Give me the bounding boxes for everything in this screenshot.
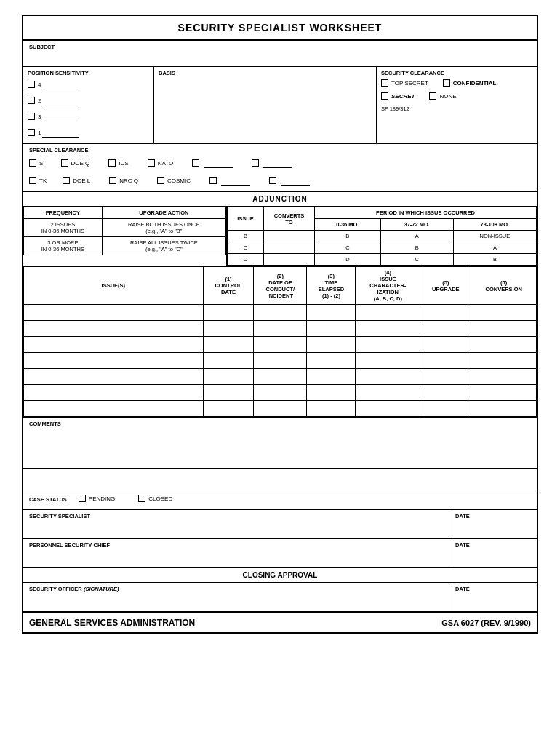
cosmic-checkbox[interactable] (157, 177, 164, 184)
table-row (24, 353, 537, 369)
pos1-checkbox-item: 1 (28, 127, 79, 138)
adjunction-tables: FREQUENCY UPGRADE ACTION 2 ISSUESIN 0-36… (23, 207, 537, 266)
freq-row1-action: RAISE BOTH ISSUES ONCE(e.g., "A" to "B" (102, 219, 225, 237)
pos3-field[interactable] (42, 111, 79, 121)
period-issue-b: B (228, 231, 264, 242)
personnel-chief-row: PERSONNEL SECURITY CHIEF DATE (23, 539, 537, 567)
special-clearance-label: SPECIAL CLEARANCE (29, 147, 531, 154)
table-row (24, 385, 537, 401)
period-col1: 0-36 MO. (315, 219, 381, 231)
pos4-checkbox-item: 4 (28, 79, 79, 89)
personnel-chief-input[interactable] (29, 550, 443, 565)
period-c-converts (264, 242, 315, 254)
pos4-checkbox[interactable] (28, 81, 35, 88)
blank2-checkbox[interactable] (252, 159, 259, 167)
pos2-checkbox[interactable] (28, 97, 35, 104)
nato-checkbox[interactable] (148, 159, 155, 167)
date-label-3: DATE (455, 586, 531, 592)
pc-date-input[interactable] (455, 550, 531, 565)
secret-checkbox[interactable] (381, 92, 388, 100)
issue-char-header: (4)ISSUECHARACTER-IZATION(A, B, C, D) (356, 267, 420, 305)
blank4-field[interactable] (281, 175, 310, 186)
pos1-checkbox[interactable] (28, 129, 35, 136)
period-d-col1: D (315, 254, 381, 266)
date-label-1: DATE (455, 513, 531, 519)
subject-label: SUBJECT (29, 44, 531, 50)
secret-label: SECRET (391, 93, 415, 100)
period-c-col2: B (380, 242, 453, 254)
date-label-2: DATE (455, 542, 531, 549)
nrc-q-checkbox[interactable] (109, 177, 116, 184)
period-col2: 37-72 MO. (380, 219, 453, 231)
blank3-item (209, 175, 250, 186)
upgrade-action-header: UPGRADE ACTION (102, 207, 225, 219)
row2-issues[interactable] (24, 321, 204, 337)
blank1-checkbox[interactable] (192, 159, 199, 167)
row3-issues[interactable] (24, 337, 204, 353)
period-issue-d: D (228, 254, 264, 266)
so-date-input[interactable] (455, 594, 531, 608)
security-officer-label: SECURITY OFFICER (Signature) (29, 586, 443, 592)
table-row (24, 337, 537, 353)
ss-date-input[interactable] (455, 521, 531, 535)
comments-field[interactable] (29, 429, 531, 465)
doe-l-checkbox[interactable] (63, 177, 70, 184)
freq-row1-freq: 2 ISSUESIN 0-36 MONTHS (24, 219, 103, 237)
period-c-col3: A (453, 242, 536, 254)
frequency-table: FREQUENCY UPGRADE ACTION 2 ISSUESIN 0-36… (23, 207, 227, 266)
blank3-field[interactable] (221, 175, 250, 186)
pending-item: PENDING (79, 495, 115, 502)
pos4-label: 4 (38, 81, 41, 88)
blank4-checkbox[interactable] (269, 177, 276, 184)
pos4-field[interactable] (42, 79, 79, 89)
table-row (24, 369, 537, 385)
basis-label: BASIS (159, 70, 372, 76)
none-label: NONE (439, 93, 456, 100)
converts-to-header: CONVERTSTO (264, 207, 315, 231)
row6-issues[interactable] (24, 385, 204, 401)
signature-section: SECURITY SPECIALIST DATE PERSONNEL SECUR… (23, 510, 537, 568)
security-clearance-section: SECURITY CLEARANCE TOP SECRET CONFIDENTI… (377, 67, 537, 143)
blank3-checkbox[interactable] (209, 177, 217, 184)
period-c-col1: C (315, 242, 381, 254)
nrc-q-label: NRC Q (119, 178, 138, 184)
pos2-checkbox-item: 2 (28, 95, 79, 105)
personnel-chief-date: DATE (449, 539, 537, 567)
doe-q-item: DOE Q (61, 159, 90, 167)
comments-label: COMMENTS (29, 421, 531, 427)
period-b-col1: B (315, 231, 381, 242)
row7-issues[interactable] (24, 401, 204, 417)
security-specialist-input[interactable] (29, 521, 443, 535)
ics-checkbox[interactable] (108, 159, 116, 167)
row5-issues[interactable] (24, 369, 204, 385)
blank1-field[interactable] (204, 158, 233, 168)
none-checkbox[interactable] (429, 92, 436, 100)
none-item: NONE (429, 92, 456, 100)
blank4-item (269, 175, 310, 186)
confidential-checkbox[interactable] (443, 79, 450, 87)
top-secret-checkbox[interactable] (381, 79, 388, 87)
security-specialist-field: SECURITY SPECIALIST (23, 510, 449, 538)
doe-q-checkbox[interactable] (61, 159, 68, 167)
pos2-field[interactable] (42, 95, 79, 105)
row4-issues[interactable] (24, 353, 204, 369)
security-officer-input[interactable] (29, 594, 443, 608)
conversion-header: (6)CONVERSION (471, 267, 537, 305)
blank2-field[interactable] (263, 158, 292, 168)
pos3-checkbox[interactable] (28, 113, 35, 120)
pending-checkbox[interactable] (79, 495, 86, 502)
row1-issues[interactable] (24, 305, 204, 321)
issue-col-header: ISSUE (228, 207, 264, 231)
issues-col-header: ISSUE(S) (24, 267, 204, 305)
secret-item: SECRET (381, 92, 415, 100)
doe-l-item: DOE L (63, 177, 90, 184)
closed-label: CLOSED (148, 495, 172, 502)
security-specialist-label: SECURITY SPECIALIST (29, 513, 443, 519)
pos1-field[interactable] (42, 127, 79, 138)
table-row (24, 321, 537, 337)
closed-checkbox[interactable] (138, 495, 145, 502)
period-header: PERIOD IN WHICH ISSUE OCCURRED (315, 207, 537, 219)
si-checkbox[interactable] (29, 159, 36, 167)
tk-checkbox[interactable] (29, 177, 36, 184)
form-page: SECURITY SPECIALIST WORKSHEET SUBJECT PO… (22, 15, 538, 634)
